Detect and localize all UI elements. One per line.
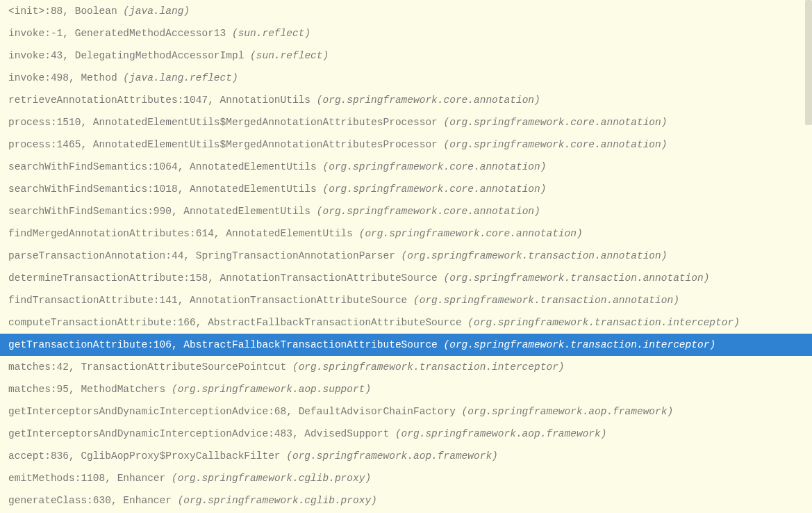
stack-frame[interactable]: getInterceptorsAndDynamicInterceptionAdv… <box>0 423 812 445</box>
frame-package: (org.springframework.transaction.annotat… <box>413 295 679 306</box>
stack-frame[interactable]: <init>:88, Boolean (java.lang) <box>0 0 812 22</box>
frame-package: (org.springframework.core.annotation) <box>322 161 546 172</box>
stack-frame[interactable]: findTransactionAttribute:141, Annotation… <box>0 289 812 311</box>
stack-frame[interactable]: getInterceptorsAndDynamicInterceptionAdv… <box>0 400 812 423</box>
stack-frame[interactable]: matches:95, MethodMatchers (org.springfr… <box>0 378 812 400</box>
frame-main: process:1465, AnnotatedElementUtils$Merg… <box>8 139 444 150</box>
frame-main: searchWithFindSemantics:1064, AnnotatedE… <box>8 161 322 172</box>
stack-frame-list: <init>:88, Boolean (java.lang)invoke:-1,… <box>0 0 812 512</box>
stack-frame[interactable]: parseTransactionAnnotation:44, SpringTra… <box>0 245 812 267</box>
frame-package: (org.springframework.core.annotation) <box>322 184 546 195</box>
frame-main: getTransactionAttribute:106, AbstractFal… <box>8 339 444 350</box>
frame-package: (org.springframework.transaction.interce… <box>444 339 716 350</box>
frame-package: (sun.reflect) <box>232 28 310 39</box>
frame-package: (org.springframework.aop.support) <box>172 384 371 395</box>
frame-package: (org.springframework.core.annotation) <box>359 228 583 239</box>
frame-main: process:1510, AnnotatedElementUtils$Merg… <box>8 117 444 128</box>
stack-frame[interactable]: computeTransactionAttribute:166, Abstrac… <box>0 311 812 334</box>
frame-main: <init>:88, Boolean <box>8 6 123 17</box>
frame-main: matches:95, MethodMatchers <box>8 384 172 395</box>
frame-main: parseTransactionAnnotation:44, SpringTra… <box>8 250 401 261</box>
frame-package: (org.springframework.core.annotation) <box>444 117 668 128</box>
frame-package: (org.springframework.transaction.interce… <box>292 361 565 373</box>
frame-package: (org.springframework.core.annotation) <box>317 95 540 106</box>
frame-package: (java.lang) <box>123 6 190 17</box>
frame-package: (org.springframework.aop.framework) <box>395 428 607 439</box>
frame-main: getInterceptorsAndDynamicInterceptionAdv… <box>8 428 395 439</box>
stack-frame[interactable]: searchWithFindSemantics:1064, AnnotatedE… <box>0 156 812 178</box>
stack-frame[interactable]: emitMethods:1108, Enhancer (org.springfr… <box>0 467 812 489</box>
stack-frame[interactable]: process:1465, AnnotatedElementUtils$Merg… <box>0 133 812 156</box>
frame-main: invoke:43, DelegatingMethodAccessorImpl <box>8 50 250 61</box>
stack-frame[interactable]: determineTransactionAttribute:158, Annot… <box>0 267 812 289</box>
frame-package: (org.springframework.transaction.interce… <box>467 317 740 328</box>
stack-frame[interactable]: retrieveAnnotationAttributes:1047, Annot… <box>0 89 812 111</box>
frame-package: (org.springframework.core.annotation) <box>317 206 540 217</box>
frame-main: determineTransactionAttribute:158, Annot… <box>8 272 444 284</box>
stack-frame[interactable]: accept:836, CglibAopProxy$ProxyCallbackF… <box>0 445 812 467</box>
stack-frame[interactable]: invoke:-1, GeneratedMethodAccessor13 (su… <box>0 22 812 44</box>
frame-main: accept:836, CglibAopProxy$ProxyCallbackF… <box>8 450 286 462</box>
stack-frame[interactable]: searchWithFindSemantics:990, AnnotatedEl… <box>0 200 812 222</box>
frame-main: findMergedAnnotationAttributes:614, Anno… <box>8 228 359 239</box>
stack-frame[interactable]: getTransactionAttribute:106, AbstractFal… <box>0 334 812 356</box>
frame-main: getInterceptorsAndDynamicInterceptionAdv… <box>8 406 462 417</box>
frame-package: (org.springframework.aop.framework) <box>462 406 674 417</box>
frame-package: (java.lang.reflect) <box>123 72 238 83</box>
frame-main: generateClass:630, Enhancer <box>8 495 178 506</box>
frame-package: (sun.reflect) <box>250 50 329 61</box>
frame-main: searchWithFindSemantics:1018, AnnotatedE… <box>8 184 322 195</box>
frame-package: (org.springframework.cglib.proxy) <box>172 473 371 484</box>
frame-main: searchWithFindSemantics:990, AnnotatedEl… <box>8 206 317 217</box>
frame-main: computeTransactionAttribute:166, Abstrac… <box>8 317 467 328</box>
frame-main: invoke:498, Method <box>8 72 123 83</box>
frame-package: (org.springframework.transaction.annotat… <box>444 272 710 284</box>
scrollbar[interactable] <box>805 0 812 513</box>
frame-package: (org.springframework.aop.framework) <box>286 450 498 462</box>
frame-main: retrieveAnnotationAttributes:1047, Annot… <box>8 95 317 106</box>
stack-frame[interactable]: generateClass:630, Enhancer (org.springf… <box>0 489 812 512</box>
frame-main: findTransactionAttribute:141, Annotation… <box>8 295 413 306</box>
frame-main: matches:42, TransactionAttributeSourcePo… <box>8 361 292 373</box>
frame-package: (org.springframework.core.annotation) <box>444 139 668 150</box>
stack-frame[interactable]: matches:42, TransactionAttributeSourcePo… <box>0 356 812 378</box>
frame-main: invoke:-1, GeneratedMethodAccessor13 <box>8 28 232 39</box>
stack-frame[interactable]: invoke:498, Method (java.lang.reflect) <box>0 67 812 89</box>
stack-frame[interactable]: invoke:43, DelegatingMethodAccessorImpl … <box>0 44 812 67</box>
frame-package: (org.springframework.cglib.proxy) <box>178 495 377 506</box>
stack-frame[interactable]: findMergedAnnotationAttributes:614, Anno… <box>0 222 812 245</box>
frame-package: (org.springframework.transaction.annotat… <box>401 250 668 261</box>
stack-frame[interactable]: searchWithFindSemantics:1018, AnnotatedE… <box>0 178 812 200</box>
scroll-thumb[interactable] <box>805 0 812 125</box>
stack-frame[interactable]: process:1510, AnnotatedElementUtils$Merg… <box>0 111 812 133</box>
frame-main: emitMethods:1108, Enhancer <box>8 473 172 484</box>
